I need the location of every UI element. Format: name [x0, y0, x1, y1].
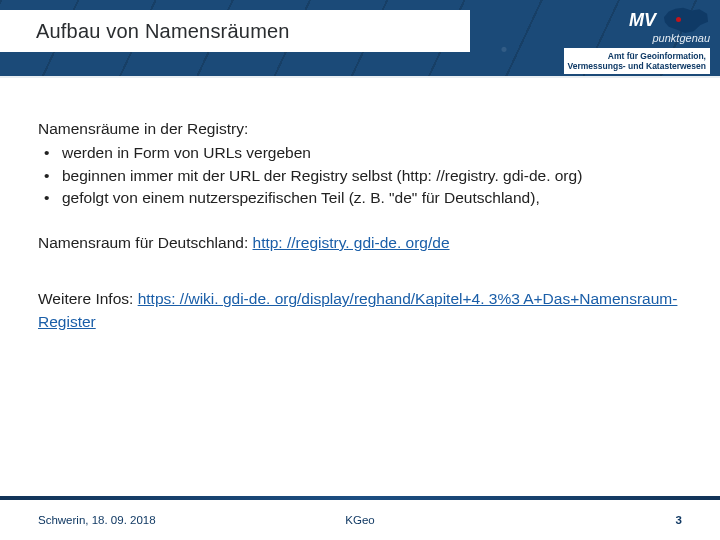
brand-block: MV punktgenau Amt für Geoinformation, Ve…: [564, 6, 710, 74]
agency-name: Amt für Geoinformation, Vermessungs- und…: [564, 48, 710, 74]
map-marker-icon: [676, 17, 681, 22]
list-item: werden in Form von URLs vergeben: [38, 142, 682, 164]
footer-location-date: Schwerin, 18. 09. 2018: [0, 514, 253, 526]
page-title: Aufbau von Namensräumen: [36, 20, 290, 43]
footer-center: KGeo: [253, 514, 468, 526]
namespace-label: Namensraum für Deutschland:: [38, 234, 253, 251]
moreinfo-label: Weitere Infos:: [38, 290, 138, 307]
brand-row: MV: [564, 6, 710, 34]
slide-footer: Schwerin, 18. 09. 2018 KGeo 3: [0, 500, 720, 540]
brand-text: MV: [629, 10, 656, 31]
namespace-line: Namensraum für Deutschland: http: //regi…: [38, 232, 682, 254]
moreinfo-line: Weitere Infos: https: //wiki. gdi-de. or…: [38, 288, 682, 333]
state-map-icon: [662, 6, 710, 34]
bullet-list: werden in Form von URLs vergeben beginne…: [38, 142, 682, 209]
namespace-link[interactable]: http: //registry. gdi-de. org/de: [253, 234, 450, 251]
slide-header: Aufbau von Namensräumen MV punktgenau Am…: [0, 0, 720, 78]
slide-body: Namensräume in der Registry: werden in F…: [0, 78, 720, 333]
list-item: gefolgt von einem nutzerspezifischen Tei…: [38, 187, 682, 209]
brand-tagline: punktgenau: [564, 32, 710, 44]
intro-line: Namensräume in der Registry:: [38, 118, 682, 140]
footer-page-number: 3: [467, 514, 720, 526]
title-container: Aufbau von Namensräumen: [0, 10, 470, 52]
list-item: beginnen immer mit der URL der Registry …: [38, 165, 682, 187]
